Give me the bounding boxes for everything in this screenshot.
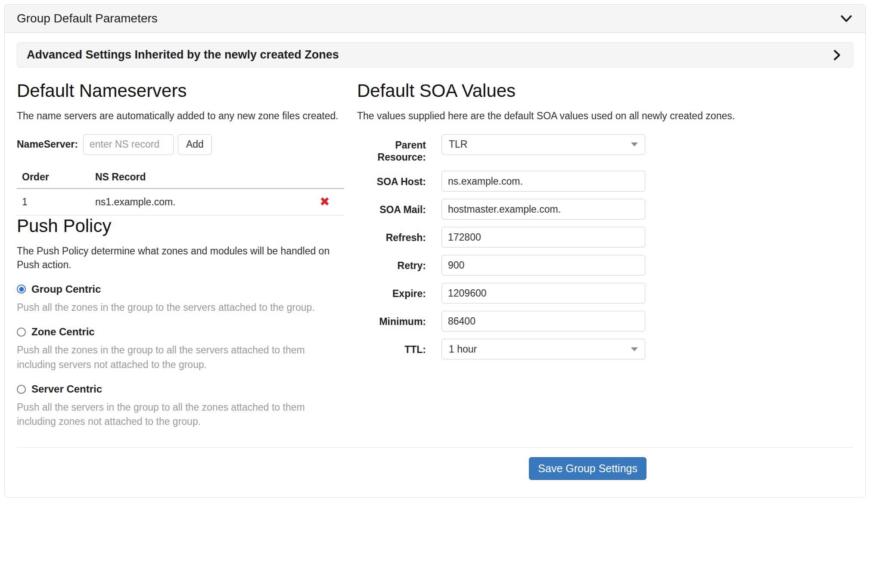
table-header-row: Order NS Record	[17, 169, 344, 189]
ns-order-value: 1	[17, 196, 95, 208]
parent-resource-select[interactable]: TLR	[441, 134, 645, 155]
radio-label-group-centric: Group Centric	[31, 283, 101, 295]
ttl-select[interactable]: 1 hour	[441, 339, 645, 359]
soa-mail-label: SOA Mail:	[357, 199, 426, 220]
push-policy-description: The Push Policy determine what zones and…	[17, 244, 344, 272]
soa-mail-input[interactable]	[441, 199, 645, 220]
expire-label: Expire:	[357, 283, 426, 303]
caret-down-icon	[631, 142, 638, 146]
chevron-down-icon[interactable]	[839, 12, 853, 25]
push-policy-option-server-centric[interactable]: Server Centric	[17, 383, 344, 395]
column-header-ns-record: NS Record	[95, 171, 305, 183]
delete-nameserver-icon[interactable]: ✖	[320, 195, 329, 208]
nameserver-table: Order NS Record 1 ns1.example.com. ✖	[17, 169, 344, 216]
push-policy-title: Push Policy	[17, 216, 344, 236]
chevron-right-icon[interactable]	[830, 49, 843, 62]
add-button[interactable]: Add	[178, 134, 212, 155]
save-group-settings-button[interactable]: Save Group Settings	[529, 457, 646, 480]
nameservers-description: The name servers are automatically added…	[17, 109, 344, 123]
panel-title: Group Default Parameters	[17, 12, 158, 25]
radio-button-zone-centric[interactable]	[17, 328, 26, 337]
expire-input[interactable]	[441, 283, 645, 303]
retry-input[interactable]	[441, 255, 645, 275]
caret-down-icon	[631, 347, 638, 351]
retry-label: Retry:	[357, 255, 426, 275]
push-policy-option-group-centric[interactable]: Group Centric	[17, 283, 344, 295]
nameservers-title: Default Nameservers	[17, 80, 344, 101]
ttl-value: 1 hour	[449, 344, 477, 355]
refresh-label: Refresh:	[357, 227, 426, 248]
minimum-input[interactable]	[441, 311, 645, 331]
parent-resource-value: TLR	[449, 139, 467, 150]
push-policy-option-zone-centric[interactable]: Zone Centric	[17, 326, 344, 338]
nameserver-label: NameServer:	[17, 139, 78, 150]
soa-description: The values supplied here are the default…	[357, 109, 758, 123]
parent-resource-label: Parent Resource:	[357, 134, 426, 164]
panel-body: Advanced Settings Inherited by the newly…	[5, 33, 865, 497]
radio-label-zone-centric: Zone Centric	[31, 326, 95, 338]
radio-button-server-centric[interactable]	[17, 385, 26, 394]
ttl-label: TTL:	[357, 339, 426, 359]
advanced-settings-label: Advanced Settings Inherited by the newly…	[27, 48, 339, 62]
advanced-settings-bar[interactable]: Advanced Settings Inherited by the newly…	[17, 42, 853, 68]
soa-host-input[interactable]	[441, 171, 645, 192]
radio-button-group-centric[interactable]	[17, 285, 26, 294]
column-header-order: Order	[17, 171, 95, 183]
nameservers-section: Default Nameservers The name servers are…	[17, 80, 344, 429]
soa-host-label: SOA Host:	[357, 171, 426, 192]
ns-record-value: ns1.example.com.	[95, 196, 305, 208]
panel-header[interactable]: Group Default Parameters	[5, 5, 865, 33]
refresh-input[interactable]	[441, 227, 645, 248]
table-row: 1 ns1.example.com. ✖	[17, 189, 344, 216]
minimum-label: Minimum:	[357, 311, 426, 331]
help-text-server-centric: Push all the servers in the group to all…	[17, 400, 341, 429]
help-text-zone-centric: Push all the zones in the group to all t…	[17, 343, 341, 372]
group-default-parameters-panel: Group Default Parameters Advanced Settin…	[4, 4, 866, 498]
soa-title: Default SOA Values	[357, 80, 853, 101]
soa-section: Default SOA Values The values supplied h…	[357, 80, 853, 429]
nameserver-input[interactable]	[83, 134, 174, 155]
help-text-group-centric: Push all the zones in the group to the s…	[17, 300, 341, 315]
radio-label-server-centric: Server Centric	[31, 383, 102, 395]
